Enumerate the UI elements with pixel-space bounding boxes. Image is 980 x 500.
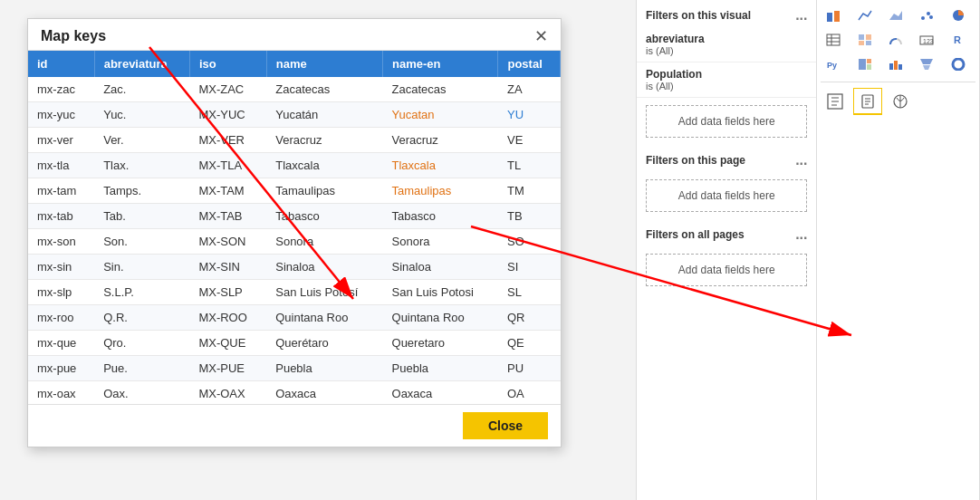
svg-text:R: R bbox=[954, 34, 961, 45]
filter-abreviatura-name: abreviatura bbox=[646, 33, 807, 45]
viz-icon-matrix[interactable] bbox=[852, 28, 878, 52]
cell-name-en: Tabasco bbox=[383, 204, 498, 229]
table-row: mx-slp S.L.P. MX-SLP San Luis Potosí San… bbox=[28, 280, 561, 305]
cell-abreviatura: Yuc. bbox=[94, 102, 189, 128]
cell-name-en: Tlaxcala bbox=[383, 153, 498, 178]
cell-postal: QR bbox=[498, 305, 561, 331]
table-row: mx-ver Ver. MX-VER Veracruz Veracruz VE bbox=[28, 128, 561, 153]
viz-icon-treemap[interactable] bbox=[852, 53, 878, 76]
all-pages-dots[interactable]: ... bbox=[795, 226, 807, 243]
svg-rect-15 bbox=[866, 34, 871, 40]
cell-name: Puebla bbox=[266, 356, 382, 381]
cell-iso: MX-SON bbox=[189, 229, 266, 255]
cell-name: Veracruz bbox=[266, 128, 382, 153]
col-abreviatura: abreviatura bbox=[94, 51, 189, 77]
svg-rect-25 bbox=[889, 63, 893, 70]
dialog-footer: Close bbox=[28, 404, 561, 447]
cell-postal: YU bbox=[498, 102, 561, 128]
svg-marker-29 bbox=[923, 65, 930, 70]
map-keys-dialog[interactable]: Map keys ✕ id abreviatura iso name name-… bbox=[27, 18, 562, 447]
cell-name-en: San Luis Potosi bbox=[383, 280, 498, 305]
cell-iso: MX-YUC bbox=[189, 102, 266, 128]
filters-visual-dots[interactable]: ... bbox=[795, 7, 807, 24]
table-row: mx-sin Sin. MX-SIN Sinaloa Sinaloa SI bbox=[28, 255, 561, 280]
viz-icon-area-chart[interactable] bbox=[883, 4, 908, 27]
visual-add-data-fields[interactable]: Add data fields here bbox=[646, 105, 807, 138]
cell-name: Tamaulipas bbox=[266, 178, 382, 204]
cell-abreviatura: Qro. bbox=[94, 331, 189, 356]
viz-icon-scatter[interactable] bbox=[914, 4, 939, 27]
close-dialog-button[interactable]: Close bbox=[463, 412, 548, 439]
format-fields-icon[interactable] bbox=[821, 88, 850, 115]
viz-icon-pie[interactable] bbox=[946, 4, 971, 27]
cell-name: Tlaxcala bbox=[266, 153, 382, 178]
viz-icon-py[interactable]: Py bbox=[821, 53, 846, 76]
format-analytics-icon[interactable] bbox=[886, 88, 915, 115]
cell-id: mx-slp bbox=[28, 280, 94, 305]
col-postal: postal bbox=[498, 51, 561, 77]
cell-abreviatura: Tamps. bbox=[94, 178, 189, 204]
cell-postal: SO bbox=[498, 229, 561, 255]
cell-name: Sonora bbox=[266, 229, 382, 255]
cell-name-en: Veracruz bbox=[383, 128, 498, 153]
cell-abreviatura: Zac. bbox=[94, 77, 189, 102]
cell-name-en: Queretaro bbox=[383, 331, 498, 356]
filters-panel: Filters on this visual ... abreviatura i… bbox=[637, 0, 817, 500]
table-row: mx-tam Tamps. MX-TAM Tamaulipas Tamaulip… bbox=[28, 178, 561, 204]
dialog-close-button[interactable]: ✕ bbox=[534, 28, 548, 44]
cell-id: mx-roo bbox=[28, 305, 94, 331]
viz-icon-funnel[interactable] bbox=[914, 53, 939, 76]
viz-icon-waterfall[interactable] bbox=[883, 53, 908, 76]
svg-rect-10 bbox=[827, 34, 840, 45]
cell-id: mx-pue bbox=[28, 356, 94, 381]
cell-id: mx-oax bbox=[28, 381, 94, 405]
svg-rect-16 bbox=[859, 41, 864, 45]
cell-iso: MX-TAB bbox=[189, 204, 266, 229]
svg-rect-14 bbox=[859, 34, 864, 40]
cell-name-en: Oaxaca bbox=[383, 381, 498, 405]
page-add-data-fields[interactable]: Add data fields here bbox=[646, 179, 807, 212]
viz-icon-gauge[interactable] bbox=[883, 28, 908, 52]
col-name: name bbox=[266, 51, 382, 77]
svg-text:123: 123 bbox=[923, 38, 934, 44]
cell-abreviatura: Ver. bbox=[94, 128, 189, 153]
cell-iso: MX-OAX bbox=[189, 381, 266, 405]
right-panel: Filters on this visual ... abreviatura i… bbox=[636, 0, 980, 500]
svg-point-6 bbox=[921, 16, 925, 20]
viz-icon-card[interactable]: 123 bbox=[914, 28, 939, 52]
cell-name: Sinaloa bbox=[266, 255, 382, 280]
svg-rect-22 bbox=[859, 59, 866, 70]
cell-abreviatura: Tab. bbox=[94, 204, 189, 229]
table-row: mx-son Son. MX-SON Sonora Sonora SO bbox=[28, 229, 561, 255]
all-pages-add-data-fields[interactable]: Add data fields here bbox=[646, 254, 807, 286]
table-row: mx-yuc Yuc. MX-YUC Yucatán Yucatan YU bbox=[28, 102, 561, 128]
svg-rect-4 bbox=[834, 11, 840, 22]
cell-name-en: Quintana Roo bbox=[383, 305, 498, 331]
cell-id: mx-son bbox=[28, 229, 94, 255]
table-row: mx-pue Pue. MX-PUE Puebla Puebla PU bbox=[28, 356, 561, 381]
page-filters-dots[interactable]: ... bbox=[795, 152, 807, 168]
map-keys-table: id abreviatura iso name name-en postal m… bbox=[28, 51, 561, 404]
table-row: mx-oax Oax. MX-OAX Oaxaca Oaxaca OA bbox=[28, 381, 561, 405]
viz-icon-r[interactable]: R bbox=[946, 28, 971, 52]
svg-rect-26 bbox=[894, 61, 898, 70]
svg-marker-28 bbox=[920, 59, 933, 64]
cell-iso: MX-QUE bbox=[189, 331, 266, 356]
cell-iso: MX-VER bbox=[189, 128, 266, 153]
all-pages-filters-label: Filters on all pages bbox=[646, 228, 745, 241]
viz-icon-donut[interactable] bbox=[946, 53, 971, 76]
cell-postal: PU bbox=[498, 356, 561, 381]
cell-postal: SL bbox=[498, 280, 561, 305]
viz-icon-line-chart[interactable] bbox=[852, 4, 878, 27]
cell-name-en: Yucatan bbox=[383, 102, 498, 128]
cell-name: Yucatán bbox=[266, 102, 382, 128]
dialog-title: Map keys bbox=[41, 28, 106, 44]
cell-id: mx-tam bbox=[28, 178, 94, 204]
cell-name: Oaxaca bbox=[266, 381, 382, 405]
format-format-icon[interactable] bbox=[853, 88, 882, 115]
cell-id: mx-yuc bbox=[28, 102, 94, 128]
viz-icon-table[interactable] bbox=[821, 28, 846, 52]
cell-abreviatura: Tlax. bbox=[94, 153, 189, 178]
viz-icon-stacked-bar[interactable] bbox=[821, 4, 846, 27]
cell-name: Querétaro bbox=[266, 331, 382, 356]
